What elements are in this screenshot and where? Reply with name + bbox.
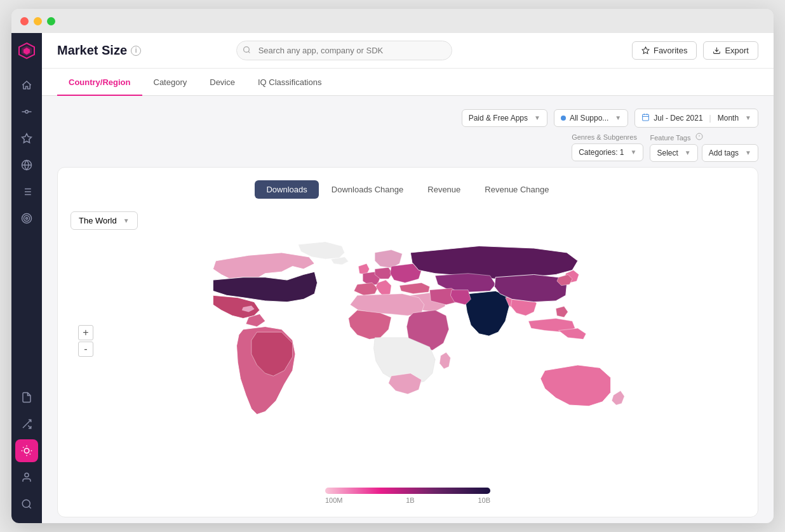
legend-mid: 1B (406, 496, 414, 504)
search-bar (236, 41, 452, 60)
categories-chevron: ▼ (631, 149, 637, 156)
select-chevron: ▼ (685, 149, 691, 156)
svg-point-17 (26, 218, 28, 220)
sidebar-market-size[interactable] (15, 439, 38, 462)
select-label: Select (657, 149, 678, 157)
map-card: Downloads Downloads Change Revenue Reven… (57, 167, 758, 517)
tab-country-region[interactable]: Country/Region (57, 69, 142, 96)
svg-line-29 (29, 506, 30, 508)
main-tabs: Country/Region Category Device IQ Classi… (42, 69, 774, 96)
calendar-icon (641, 113, 650, 123)
map-container: + - (70, 236, 745, 477)
tab-device[interactable]: Device (198, 69, 246, 96)
svg-point-16 (24, 216, 30, 222)
main-content: Market Size i Favorites (42, 33, 774, 523)
select-filter[interactable]: Select ▼ (650, 144, 697, 162)
filters-row1: Paid & Free Apps ▼ All Suppo... ▼ (462, 109, 758, 128)
search-icon (243, 46, 251, 56)
favorites-label: Favorites (654, 46, 687, 55)
app-window: Market Size i Favorites (11, 9, 774, 523)
support-filter[interactable]: All Suppo... ▼ (554, 109, 628, 127)
region-label: The World (79, 216, 117, 225)
add-tags-chevron: ▼ (745, 149, 751, 156)
svg-point-27 (25, 473, 29, 477)
world-map-svg[interactable] (70, 236, 745, 477)
region-chevron: ▼ (123, 217, 130, 224)
svg-line-31 (248, 51, 250, 53)
genres-filter-group: Genres & Subgenres Categories: 1 ▼ (572, 133, 643, 161)
logo[interactable] (17, 41, 37, 61)
apps-filter-label: Paid & Free Apps (469, 114, 528, 123)
svg-line-24 (30, 454, 30, 455)
legend-min: 100M (325, 496, 343, 504)
map-tab-downloads-change[interactable]: Downloads Change (320, 180, 415, 199)
header-actions: Favorites Export (632, 41, 758, 60)
map-legend: 100M 1B 10B (70, 488, 745, 504)
sidebar-target[interactable] (15, 207, 38, 230)
zoom-in-button[interactable]: + (78, 325, 93, 340)
categories-filter[interactable]: Categories: 1 ▼ (572, 143, 643, 161)
feature-tags-label: Feature Tags (650, 133, 758, 142)
svg-point-30 (243, 46, 249, 52)
sidebar-search[interactable] (15, 493, 38, 515)
add-tags-filter[interactable]: Add tags ▼ (702, 144, 758, 162)
search-input[interactable] (236, 41, 452, 60)
add-tags-label: Add tags (709, 149, 739, 157)
period-filter-label: Month (718, 114, 739, 123)
favorites-button[interactable]: Favorites (632, 41, 697, 60)
map-controls: The World ▼ (70, 211, 745, 230)
svg-marker-6 (22, 134, 32, 143)
sidebar-integrations[interactable] (15, 413, 38, 436)
map-tab-downloads[interactable]: Downloads (255, 180, 318, 199)
feature-tags-filter-group: Feature Tags Select ▼ (650, 133, 758, 162)
filters-row2: Genres & Subgenres Categories: 1 ▼ Featu… (572, 133, 758, 162)
categories-label: Categories: 1 (579, 148, 624, 157)
app-body: Market Size i Favorites (11, 33, 774, 523)
minimize-dot[interactable] (34, 17, 42, 25)
legend-labels: 100M 1B 10B (325, 496, 490, 504)
sidebar-list[interactable] (15, 180, 38, 203)
maximize-dot[interactable] (47, 17, 55, 25)
map-tab-revenue[interactable]: Revenue (416, 180, 472, 199)
svg-point-28 (22, 500, 30, 507)
apps-filter[interactable]: Paid & Free Apps ▼ (462, 109, 547, 127)
support-filter-dot (561, 116, 566, 121)
map-zoom-controls: + - (78, 325, 93, 357)
export-button[interactable]: Export (703, 41, 758, 60)
genres-label: Genres & Subgenres (572, 133, 643, 141)
region-select[interactable]: The World ▼ (70, 211, 138, 230)
page-title-group: Market Size i (57, 43, 141, 58)
page-content: Country/Region Category Device IQ Classi… (42, 69, 774, 523)
zoom-out-button[interactable]: - (78, 342, 93, 357)
sidebar-globe[interactable] (15, 154, 38, 176)
support-filter-chevron: ▼ (615, 114, 621, 121)
svg-rect-34 (643, 114, 649, 121)
svg-point-20 (24, 448, 29, 453)
sidebar-analytics[interactable] (15, 100, 38, 123)
support-filter-label: All Suppo... (570, 114, 608, 123)
svg-line-23 (23, 447, 23, 448)
tab-category[interactable]: Category (142, 69, 199, 96)
close-dot[interactable] (20, 17, 29, 25)
apps-filter-chevron: ▼ (534, 114, 540, 121)
svg-marker-32 (642, 47, 649, 53)
sidebar (11, 33, 42, 523)
export-label: Export (725, 46, 749, 55)
sidebar-favorites[interactable] (15, 127, 38, 150)
legend-bar (325, 488, 490, 494)
sidebar-user[interactable] (15, 466, 38, 489)
date-filter-label: Jul - Dec 2021 (654, 114, 702, 123)
date-filter[interactable]: Jul - Dec 2021 | Month ▼ (634, 109, 758, 128)
header: Market Size i Favorites (42, 33, 774, 69)
svg-point-3 (25, 110, 29, 114)
sidebar-home[interactable] (15, 74, 38, 96)
date-filter-chevron: ▼ (745, 114, 751, 121)
map-tab-revenue-change[interactable]: Revenue Change (473, 180, 560, 199)
legend-max: 10B (478, 496, 490, 504)
sidebar-reports[interactable] (15, 386, 38, 409)
info-icon[interactable]: i (131, 46, 141, 56)
titlebar (11, 9, 774, 33)
tab-iq-classifications[interactable]: IQ Classifications (246, 69, 333, 96)
filters-area: Paid & Free Apps ▼ All Suppo... ▼ (57, 109, 758, 162)
page-title: Market Size (57, 43, 127, 58)
